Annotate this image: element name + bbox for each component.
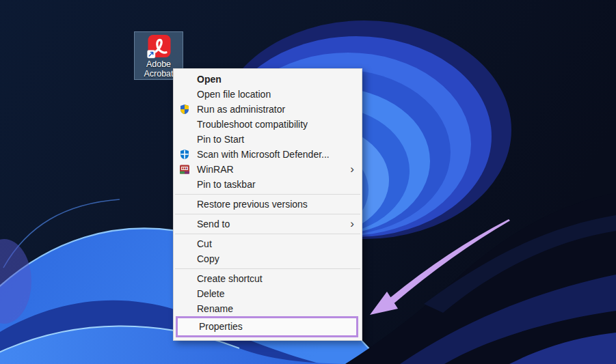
menu-item-restore-previous-versions[interactable]: Restore previous versions [174,197,362,212]
menu-item-pin-to-start[interactable]: Pin to Start [174,132,362,147]
submenu-chevron-icon: › [350,216,354,232]
windows-desktop: Adobe Acrobat Open Open file location Ru… [0,0,616,364]
submenu-chevron-icon: › [350,162,354,177]
menu-item-create-shortcut[interactable]: Create shortcut [174,271,362,286]
menu-item-open[interactable]: Open [174,72,362,87]
shortcut-arrow-icon [148,51,156,59]
menu-item-delete[interactable]: Delete [174,286,362,301]
menu-separator [175,234,360,234]
menu-item-rename[interactable]: Rename [174,301,362,316]
menu-item-run-as-administrator[interactable]: Run as administrator [174,102,362,117]
menu-item-scan-with-microsoft-defender[interactable]: Scan with Microsoft Defender... [174,147,362,162]
properties-highlight-box: Properties [176,316,358,337]
adobe-acrobat-icon [146,34,172,59]
winrar-icon [179,164,190,175]
uac-shield-icon [179,104,190,115]
menu-item-send-to[interactable]: Send to › [174,216,362,232]
menu-item-open-file-location[interactable]: Open file location [174,87,362,102]
menu-item-troubleshoot-compatibility[interactable]: Troubleshoot compatibility [174,117,362,132]
menu-separator [175,194,360,195]
defender-shield-icon [179,149,190,160]
menu-item-properties[interactable]: Properties [178,318,356,335]
menu-item-winrar[interactable]: WinRAR › [174,162,362,177]
menu-separator [175,268,360,269]
menu-item-pin-to-taskbar[interactable]: Pin to taskbar [174,177,362,192]
menu-separator [175,214,360,214]
menu-item-copy[interactable]: Copy [174,251,362,266]
menu-item-cut[interactable]: Cut [174,236,362,251]
context-menu: Open Open file location Run as administr… [173,68,362,341]
